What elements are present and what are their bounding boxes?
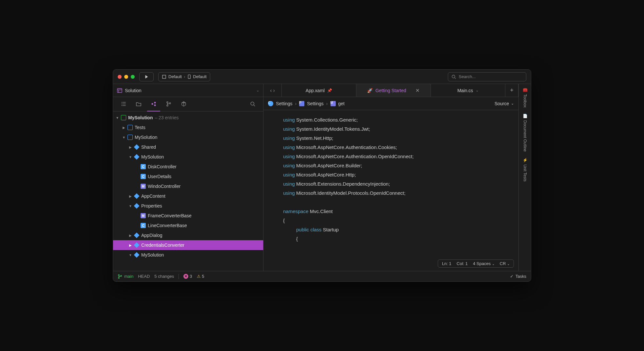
tab-app-xaml[interactable]: App.xaml 📌 (282, 84, 356, 97)
tab-main-cs[interactable]: Main.cs ⌄ (431, 84, 505, 97)
editor-status-bar: Ln: 1 Col: 1 4 Spaces ⌄ CR ⌄ (438, 259, 514, 268)
run-button[interactable] (139, 72, 154, 81)
chevron-down-icon: ⌄ (476, 88, 479, 92)
breadcrumb-bar: C Settings › P Settings › M get Source ⌄ (263, 97, 518, 110)
forward-icon: › (273, 88, 275, 93)
search-placeholder: Search... (459, 74, 476, 79)
svg-point-9 (154, 104, 156, 106)
svg-point-8 (154, 102, 156, 103)
window-controls (118, 75, 135, 79)
chevron-right-icon: › (326, 101, 328, 106)
breadcrumb-a[interactable]: Settings (276, 101, 293, 106)
view-share-tab[interactable] (147, 97, 160, 111)
search-input[interactable]: Search... (448, 72, 526, 81)
right-rail: 🧰Toolbox 📄Document Outline ⚡Unit Tests (518, 84, 531, 271)
tree-item-credentialsconverter[interactable]: ▶ CredentialsConverter (113, 240, 263, 250)
svg-line-14 (254, 105, 255, 106)
property-icon: P (299, 101, 304, 106)
rocket-icon: 🚀 (367, 88, 373, 93)
tasks-indicator[interactable]: ✓ Tasks (510, 274, 526, 279)
chevron-down-icon: ⌄ (511, 101, 514, 106)
cursor-line[interactable]: Ln: 1 (442, 261, 451, 266)
git-branch[interactable]: main (118, 274, 133, 279)
tab-label: App.xaml (306, 88, 325, 93)
tree-item-appdialog[interactable]: ▶ AppDialog (113, 230, 263, 240)
check-icon: ✓ (510, 274, 514, 279)
view-unity-tab[interactable] (177, 97, 190, 111)
close-tab-button[interactable]: ✕ (415, 88, 420, 93)
svg-point-7 (152, 103, 153, 105)
line-ending-selector[interactable]: CR ⌄ (500, 261, 510, 266)
tree-item-tests[interactable]: ▶ Tests (113, 123, 263, 132)
svg-point-17 (121, 275, 122, 276)
tree-item-diskcontroller[interactable]: C DiskController (113, 162, 263, 172)
close-window-button[interactable] (118, 75, 122, 79)
tree-item-properties[interactable]: ▼ Properties (113, 201, 263, 211)
svg-point-13 (251, 102, 254, 105)
breadcrumb-c[interactable]: get (338, 101, 345, 106)
solution-panel-icon (117, 88, 122, 93)
method-icon: M (330, 101, 336, 106)
sidebar-view-tabs (113, 97, 263, 111)
config-target-label: Default (193, 74, 207, 79)
maximize-window-button[interactable] (131, 75, 135, 79)
svg-rect-1 (188, 75, 190, 78)
source-label: Source (495, 101, 509, 106)
warnings-indicator[interactable]: ⚠ 5 (197, 274, 204, 279)
editor-tabs: ‹ › App.xaml 📌 🚀 Getting Started ✕ Main.… (263, 84, 518, 97)
source-dropdown[interactable]: Source ⌄ (495, 101, 514, 106)
tree-item-lineconverterbase[interactable]: C LineConverterBase (113, 221, 263, 230)
chevron-down-icon[interactable]: ⌄ (256, 88, 259, 92)
errors-indicator[interactable]: ✕ 3 (183, 274, 192, 279)
sidebar-title: Solution (125, 88, 142, 93)
view-list-tab[interactable] (117, 97, 130, 111)
svg-rect-0 (162, 75, 166, 78)
code-editor[interactable]: using System.Collections.Generic;using S… (263, 110, 518, 271)
error-icon: ✕ (183, 274, 188, 279)
toolbox-panel[interactable]: 🧰Toolbox (523, 87, 527, 108)
tab-getting-started[interactable]: 🚀 Getting Started ✕ (356, 84, 431, 97)
tab-history-nav[interactable]: ‹ › (263, 84, 282, 97)
document-outline-panel[interactable]: 📄Document Outline (523, 113, 527, 152)
back-icon: ‹ (270, 88, 272, 93)
minimize-window-button[interactable] (124, 75, 128, 79)
svg-point-10 (167, 102, 168, 103)
tree-root[interactable]: ▼ MySolution – 23 entries (113, 113, 263, 123)
view-folder-tab[interactable] (132, 97, 145, 111)
cursor-col[interactable]: Col: 1 (457, 261, 468, 266)
new-tab-button[interactable]: + (505, 84, 518, 97)
git-changes[interactable]: 5 changes (154, 274, 174, 279)
svg-rect-4 (117, 89, 122, 92)
config-scheme-label: Default (168, 74, 182, 79)
sidebar-header: Solution ⌄ (113, 84, 263, 97)
tree-item-userdetails[interactable]: C UserDetails (113, 172, 263, 181)
editor-area: ‹ › App.xaml 📌 🚀 Getting Started ✕ Main.… (263, 84, 518, 271)
view-branch-tab[interactable] (162, 97, 175, 111)
tree-item-windocontroller[interactable]: M WindoController (113, 181, 263, 191)
main-area: Solution ⌄ ▼ MySolution – 23 entries▶ Te… (113, 84, 531, 271)
svg-point-11 (167, 105, 168, 106)
csharp-icon: C (268, 101, 273, 106)
svg-line-3 (455, 77, 456, 79)
breadcrumb-b[interactable]: Settings (307, 101, 324, 106)
tree-item-mysolution[interactable]: ▼ MySolution (113, 132, 263, 142)
device-icon (187, 75, 191, 79)
solution-sidebar: Solution ⌄ ▼ MySolution – 23 entries▶ Te… (113, 84, 263, 271)
tree-item-frameconverterbase[interactable]: M FrameConverterBase (113, 211, 263, 221)
statusbar: main HEAD 5 changes ✕ 3 ⚠ 5 ✓ Tasks (113, 271, 531, 281)
svg-point-15 (118, 274, 120, 276)
tree-item-appcontent[interactable]: ▶ AppContent (113, 191, 263, 201)
tree-item-mysolution[interactable]: ▼ MySolution (113, 152, 263, 162)
git-head[interactable]: HEAD (138, 274, 150, 279)
titlebar: Default › Default Search... (113, 70, 531, 84)
chevron-right-icon: › (295, 101, 297, 106)
sidebar-search-button[interactable] (246, 97, 259, 111)
app-window: Default › Default Search... Solution ⌄ (113, 69, 531, 282)
warning-icon: ⚠ (197, 274, 201, 279)
chevron-right-icon: › (184, 74, 185, 79)
indent-selector[interactable]: 4 Spaces ⌄ (473, 261, 495, 266)
tree-item-shared[interactable]: ▶ Shared (113, 142, 263, 152)
unit-tests-panel[interactable]: ⚡Unit Tests (523, 158, 527, 181)
tree-item-mysolution[interactable]: ▼ MySolution (113, 250, 263, 260)
run-configuration-selector[interactable]: Default › Default (158, 72, 210, 81)
